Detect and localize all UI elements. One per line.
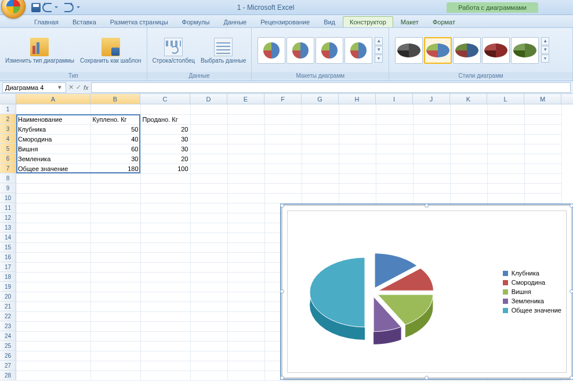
- undo-icon[interactable]: [42, 3, 52, 12]
- cell[interactable]: Клубника: [16, 124, 90, 134]
- cell[interactable]: [190, 262, 227, 272]
- enter-formula-icon[interactable]: ✓: [76, 84, 81, 91]
- cell[interactable]: [140, 272, 190, 282]
- cell[interactable]: [227, 203, 264, 213]
- cell[interactable]: [190, 124, 227, 134]
- cell[interactable]: [227, 302, 264, 311]
- cell[interactable]: [227, 233, 264, 242]
- cell[interactable]: [487, 183, 524, 193]
- cell[interactable]: [190, 311, 227, 321]
- cell[interactable]: [16, 213, 90, 223]
- cell[interactable]: [16, 242, 90, 252]
- chart-object[interactable]: КлубникаСмородинаВишняЗемленикаОбщее зна…: [282, 205, 572, 378]
- cell[interactable]: [90, 252, 140, 262]
- cell[interactable]: [339, 154, 376, 164]
- cell[interactable]: [190, 302, 227, 311]
- cell[interactable]: [140, 321, 190, 331]
- cell[interactable]: Смородина: [16, 134, 90, 144]
- row-header-1[interactable]: 1: [0, 104, 16, 114]
- cell[interactable]: [140, 242, 190, 252]
- cell[interactable]: [413, 124, 450, 134]
- cell[interactable]: 40: [90, 134, 140, 144]
- styles-up-icon[interactable]: ▲: [541, 37, 549, 45]
- cell[interactable]: 20: [140, 154, 190, 164]
- cell[interactable]: [227, 114, 264, 124]
- cell[interactable]: [90, 282, 140, 292]
- cell[interactable]: [302, 104, 339, 114]
- cell[interactable]: [487, 173, 524, 183]
- cell[interactable]: [302, 134, 339, 144]
- cell[interactable]: 50: [90, 124, 140, 134]
- save-template-button[interactable]: Сохранить как шаблон: [78, 36, 143, 66]
- cell[interactable]: [16, 193, 90, 203]
- cell[interactable]: [227, 144, 264, 154]
- layouts-more-icon[interactable]: ▾: [375, 55, 383, 63]
- qat-customize-icon[interactable]: [75, 3, 85, 12]
- row-header-7[interactable]: 7: [0, 164, 16, 173]
- cell[interactable]: [227, 361, 264, 371]
- cell[interactable]: [16, 321, 90, 331]
- cell[interactable]: [487, 104, 524, 114]
- cell[interactable]: [90, 272, 140, 282]
- redo-icon[interactable]: [64, 3, 74, 12]
- row-header-27[interactable]: 27: [0, 361, 16, 371]
- cell[interactable]: [487, 124, 524, 134]
- cell[interactable]: [190, 144, 227, 154]
- cell[interactable]: [376, 104, 413, 114]
- cell[interactable]: [16, 361, 90, 371]
- resize-handle-bl[interactable]: [280, 376, 284, 380]
- cell[interactable]: [413, 193, 450, 203]
- row-header-10[interactable]: 10: [0, 193, 16, 203]
- cell[interactable]: [227, 371, 264, 380]
- cell[interactable]: [190, 203, 227, 213]
- cell[interactable]: [227, 272, 264, 282]
- cell[interactable]: [90, 321, 140, 331]
- cell[interactable]: [190, 282, 227, 292]
- resize-handle-tr[interactable]: [570, 204, 573, 208]
- cell[interactable]: [376, 124, 413, 134]
- name-box[interactable]: Диаграмма 4 ▾: [2, 82, 66, 93]
- cell[interactable]: [227, 321, 264, 331]
- cell[interactable]: [339, 173, 376, 183]
- cell[interactable]: [190, 173, 227, 183]
- chart-style-5[interactable]: [511, 37, 539, 64]
- cell[interactable]: [524, 193, 561, 203]
- cell[interactable]: [190, 371, 227, 380]
- row-header-19[interactable]: 19: [0, 282, 16, 292]
- chart-style-2[interactable]: [424, 37, 452, 64]
- cell[interactable]: [450, 114, 487, 124]
- row-header-23[interactable]: 23: [0, 321, 16, 331]
- cell[interactable]: [90, 233, 140, 242]
- cell[interactable]: [264, 144, 302, 154]
- cell[interactable]: [339, 124, 376, 134]
- chart-plot-area[interactable]: КлубникаСмородинаВишняЗемленикаОбщее зна…: [287, 210, 567, 373]
- cell[interactable]: [16, 331, 90, 341]
- cell[interactable]: [376, 193, 413, 203]
- cell[interactable]: [227, 331, 264, 341]
- cell[interactable]: [413, 164, 450, 173]
- cell[interactable]: [302, 144, 339, 154]
- cell[interactable]: [90, 292, 140, 302]
- row-header-6[interactable]: 6: [0, 154, 16, 164]
- col-header-f[interactable]: F: [264, 94, 302, 104]
- cell[interactable]: [487, 154, 524, 164]
- row-header-18[interactable]: 18: [0, 272, 16, 282]
- cells-area[interactable]: НаименованиеКуплено. КгПродано. КгКлубни…: [16, 104, 573, 381]
- cell[interactable]: Вишня: [16, 144, 90, 154]
- formula-bar[interactable]: [91, 82, 571, 93]
- col-header-h[interactable]: H: [339, 94, 376, 104]
- cell[interactable]: [376, 183, 413, 193]
- cell[interactable]: [140, 252, 190, 262]
- cell[interactable]: [376, 134, 413, 144]
- cell[interactable]: [140, 203, 190, 213]
- row-header-22[interactable]: 22: [0, 311, 16, 321]
- chart-style-3[interactable]: [453, 37, 481, 64]
- cell[interactable]: [140, 341, 190, 351]
- cell[interactable]: [227, 262, 264, 272]
- tab-view[interactable]: Вид: [317, 17, 342, 27]
- cell[interactable]: [487, 134, 524, 144]
- cell[interactable]: [524, 164, 561, 173]
- cell[interactable]: [190, 233, 227, 242]
- cell[interactable]: Продано. Кг: [140, 114, 190, 124]
- cell[interactable]: Общее значение: [16, 164, 90, 173]
